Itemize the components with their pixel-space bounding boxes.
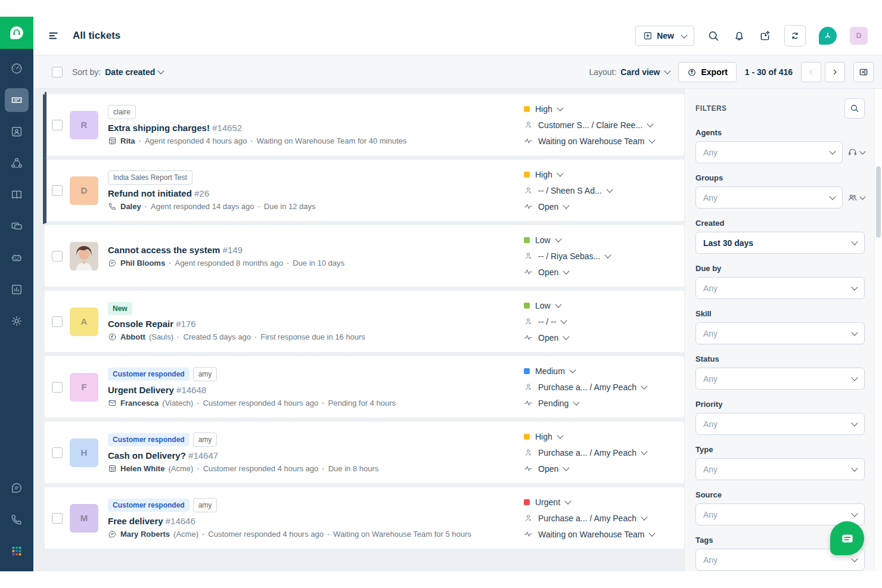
assignee-dropdown[interactable]: Purchase a... / Amy Peach (524, 514, 676, 523)
page-scrollbar-thumb[interactable] (876, 166, 881, 238)
tag-badge[interactable]: claire (108, 105, 136, 119)
tag-badge[interactable]: amy (193, 367, 218, 381)
assignee-dropdown[interactable]: Customer S... / Claire Ree... (524, 120, 676, 130)
ticket-card[interactable]: A New Console Repair #176 Abbott(Sauls) … (45, 291, 684, 352)
select-all-checkbox[interactable] (52, 67, 63, 77)
ticket-card[interactable]: H Customer respondedamy Cash on Delivery… (45, 422, 684, 483)
filter-select-skill[interactable]: Any (695, 322, 865, 344)
knowledge-base-icon[interactable] (5, 183, 29, 207)
freshworks-switcher-icon[interactable] (819, 27, 837, 45)
tag-badge[interactable]: India Sales Report Test (108, 170, 192, 185)
priority-dropdown[interactable]: Low (524, 235, 676, 245)
feedback-icon[interactable] (5, 476, 29, 500)
assignee-dropdown[interactable]: Purchase a... / Amy Peach (524, 382, 676, 392)
user-avatar[interactable]: D (850, 27, 868, 45)
dashboard-icon[interactable] (5, 57, 29, 80)
whats-new-icon[interactable] (759, 30, 771, 42)
freshdesk-logo[interactable] (0, 17, 33, 49)
export-button[interactable]: Export (678, 62, 737, 82)
bots-icon[interactable] (5, 246, 29, 270)
ticket-checkbox[interactable] (52, 513, 63, 524)
priority-dropdown[interactable]: High (524, 432, 676, 441)
assignee-dropdown[interactable]: -- / Riya Sebas... (524, 251, 676, 261)
status-dropdown[interactable]: Waiting on Warehouse Team (524, 136, 676, 146)
filter-select-type[interactable]: Any (695, 458, 865, 480)
ticket-card[interactable]: D India Sales Report Test Refund not ini… (45, 160, 684, 221)
ticket-id: #14648 (176, 385, 206, 395)
social-icon[interactable] (5, 151, 29, 175)
admin-settings-icon[interactable] (5, 309, 29, 333)
switcher-icon[interactable] (784, 25, 806, 46)
filter-search-button[interactable] (844, 98, 865, 119)
status-dropdown[interactable]: Open (524, 202, 676, 211)
ticket-title[interactable]: Extra shipping charges! (108, 123, 210, 133)
contacts-icon[interactable] (5, 120, 29, 144)
ticket-card[interactable]: R claire Extra shipping charges! #14652 … (45, 94, 684, 155)
phone-icon[interactable] (5, 508, 29, 531)
badge-row: New (108, 302, 524, 315)
analytics-icon[interactable] (5, 278, 29, 301)
ticket-title[interactable]: Refund not initiated (108, 188, 192, 198)
priority-dropdown[interactable]: Low (524, 301, 676, 310)
ticket-checkbox[interactable] (52, 382, 63, 393)
status-badge[interactable]: Customer responded (108, 433, 190, 446)
person-icon (524, 382, 533, 391)
ticket-checkbox[interactable] (52, 120, 63, 130)
ticket-checkbox[interactable] (52, 251, 63, 262)
status-dropdown[interactable]: Open (524, 333, 676, 343)
ticket-title[interactable]: Urgent Delivery (108, 385, 174, 395)
filter-select-groups[interactable]: Any (695, 186, 843, 209)
prev-page-button[interactable] (801, 62, 821, 82)
status-badge[interactable]: Customer responded (108, 499, 190, 512)
priority-dropdown[interactable]: Urgent (524, 497, 676, 507)
assignee-dropdown[interactable]: Purchase a... / Amy Peach (524, 448, 676, 458)
ticket-card[interactable]: F Customer respondedamy Urgent Delivery … (45, 356, 684, 418)
tag-badge[interactable]: amy (193, 433, 218, 447)
expand-panel-button[interactable] (853, 62, 874, 82)
assignee-label: Purchase a... / Amy Peach (538, 382, 636, 392)
people-icon-toggle[interactable] (847, 192, 865, 203)
filter-select-status[interactable]: Any (695, 368, 865, 390)
ticket-card[interactable]: M Customer respondedamy Free delivery #1… (45, 487, 684, 549)
ticket-card[interactable]: Cannot access the system #149 Phil Bloom… (45, 225, 684, 287)
sort-by-value[interactable]: Date created (105, 67, 155, 77)
status-badge[interactable]: Customer responded (108, 368, 190, 381)
badge-row: Customer respondedamy (108, 433, 524, 447)
filter-select-priority[interactable]: Any (695, 413, 865, 435)
status-dropdown[interactable]: Waiting on Warehouse Team (524, 530, 676, 539)
filter-select-source[interactable]: Any (695, 503, 865, 525)
ticket-title[interactable]: Console Repair (108, 319, 173, 329)
filters-heading: FILTERS (695, 104, 727, 113)
filter-select-created[interactable]: Last 30 days (695, 232, 865, 254)
assignee-dropdown[interactable]: -- / Sheen S Ad... (524, 186, 676, 195)
ticket-title[interactable]: Cannot access the system (108, 245, 220, 255)
assignee-dropdown[interactable]: -- / -- (524, 317, 676, 326)
filter-select-due-by[interactable]: Any (695, 277, 865, 299)
status-badge[interactable]: New (108, 302, 132, 315)
ticket-title[interactable]: Free delivery (108, 516, 163, 526)
status-dropdown[interactable]: Pending (524, 399, 676, 408)
status-dropdown[interactable]: Open (524, 464, 676, 474)
apps-grid-icon[interactable] (5, 539, 29, 563)
tickets-icon[interactable] (5, 88, 29, 112)
new-ticket-button[interactable]: New (635, 26, 694, 46)
ticket-checkbox[interactable] (52, 316, 63, 327)
collapse-list-icon[interactable] (48, 30, 60, 42)
ticket-checkbox[interactable] (52, 447, 63, 458)
notifications-bell-icon[interactable] (733, 30, 746, 42)
page-scrollbar[interactable] (874, 89, 882, 571)
priority-dropdown[interactable]: High (524, 170, 676, 179)
next-page-button[interactable] (825, 62, 845, 82)
priority-dropdown[interactable]: Medium (524, 366, 676, 376)
priority-dropdown[interactable]: High (524, 104, 676, 114)
filter-select-agents[interactable]: Any (695, 141, 843, 163)
headset-icon-toggle[interactable] (847, 147, 865, 157)
search-icon[interactable] (707, 30, 720, 42)
forums-icon[interactable] (5, 214, 29, 238)
chat-fab-button[interactable] (830, 521, 864, 555)
tag-badge[interactable]: amy (193, 498, 218, 512)
layout-value[interactable]: Card view (620, 67, 660, 77)
status-dropdown[interactable]: Open (524, 267, 676, 277)
ticket-checkbox[interactable] (52, 185, 63, 196)
ticket-title[interactable]: Cash on Delivery? (108, 450, 186, 461)
